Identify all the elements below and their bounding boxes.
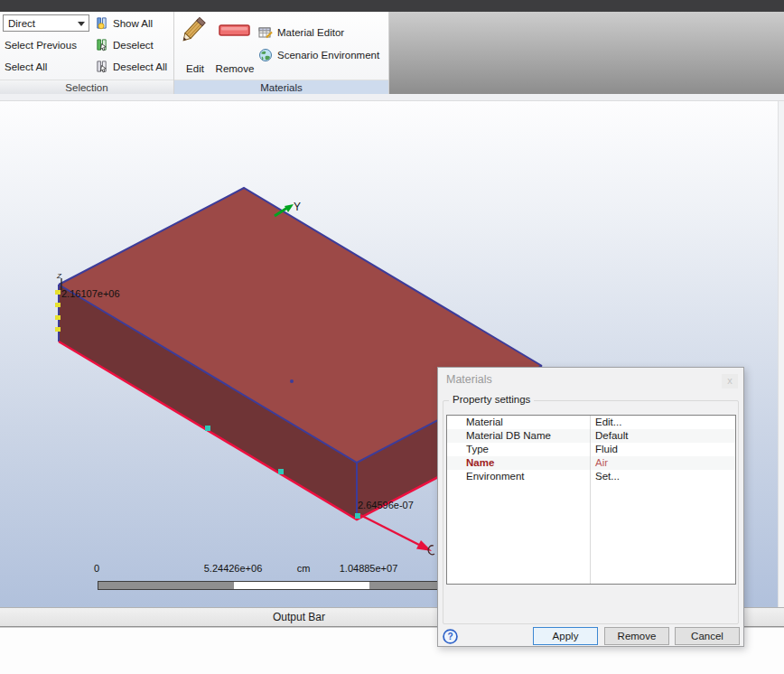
selection-mode-value: Direct bbox=[8, 18, 35, 29]
close-button[interactable]: x bbox=[722, 374, 738, 388]
materials-group-label[interactable]: Materials bbox=[174, 80, 388, 94]
help-button[interactable]: ? bbox=[443, 629, 458, 644]
material-editor-button[interactable]: Material Editor bbox=[258, 24, 344, 41]
edit-material-button[interactable]: Edit bbox=[179, 14, 211, 75]
ribbon-group-selection: Direct Select Previous Select All Show A… bbox=[0, 12, 174, 94]
y-axis-arrowhead bbox=[285, 204, 294, 212]
show-all-label: Show All bbox=[113, 18, 153, 29]
table-row-material-db-name[interactable]: Material DB Name Default bbox=[447, 429, 735, 443]
ribbon-empty-area bbox=[389, 12, 784, 94]
row-value[interactable]: Edit... bbox=[590, 416, 621, 429]
selection-group-label[interactable]: Selection bbox=[0, 80, 173, 94]
y-axis-label: Y bbox=[294, 201, 301, 213]
table-row-type[interactable]: Type Fluid bbox=[447, 443, 735, 456]
remove-label: Remove bbox=[216, 62, 255, 75]
globe-icon bbox=[258, 48, 273, 62]
output-bar-label: Output Bar bbox=[273, 611, 325, 623]
apply-button[interactable]: Apply bbox=[533, 627, 598, 645]
selection-mode-dropdown[interactable]: Direct bbox=[3, 14, 89, 32]
property-table[interactable]: Material Edit... Material DB Name Defaul… bbox=[446, 415, 736, 585]
remove-material-button[interactable]: Remove bbox=[214, 14, 256, 75]
ruler-tick-end: 1.04885e+07 bbox=[340, 563, 398, 574]
scale-ruler: 0 5.24426e+06 cm 1.04885e+07 bbox=[0, 560, 506, 596]
table-column-divider bbox=[590, 416, 591, 584]
midpoint-marker bbox=[290, 379, 294, 383]
pencil-icon bbox=[180, 14, 210, 48]
select-previous-button[interactable]: Select Previous bbox=[5, 38, 77, 52]
deselect-all-icon bbox=[95, 60, 108, 73]
row-value[interactable]: Set... bbox=[590, 470, 620, 483]
material-editor-icon bbox=[258, 25, 273, 40]
dialog-title: Materials bbox=[446, 373, 492, 386]
row-value[interactable]: Air bbox=[590, 456, 608, 470]
title-bar bbox=[0, 0, 784, 12]
property-settings-label: Property settings bbox=[449, 394, 534, 405]
ruler-tick-mid: 5.24426e+06 bbox=[204, 563, 263, 574]
row-label: Material bbox=[447, 416, 590, 429]
deselect-label: Deselect bbox=[113, 40, 154, 51]
row-label: Name bbox=[447, 456, 590, 470]
edit-label: Edit bbox=[186, 62, 204, 75]
remove-bar-icon bbox=[219, 14, 251, 48]
ruler-unit: cm bbox=[297, 563, 311, 574]
viewport-right-edge bbox=[778, 101, 784, 607]
material-editor-label: Material Editor bbox=[277, 27, 344, 38]
svg-text:?: ? bbox=[447, 632, 453, 641]
show-all-button[interactable]: Show All bbox=[95, 15, 153, 31]
remove-button[interactable]: Remove bbox=[604, 627, 669, 645]
table-row-environment[interactable]: Environment Set... bbox=[447, 470, 735, 483]
row-label: Material DB Name bbox=[447, 429, 590, 443]
show-all-icon bbox=[95, 16, 108, 30]
ribbon: Direct Select Previous Select All Show A… bbox=[0, 12, 784, 94]
ruler-bar bbox=[98, 581, 455, 590]
chevron-down-icon bbox=[78, 22, 85, 26]
x-axis-arrowhead bbox=[416, 540, 432, 551]
row-label: Environment bbox=[447, 470, 590, 483]
materials-dialog: Materials x Property settings Material E… bbox=[437, 367, 744, 647]
x-axis-annotation: 2.64596e-07 bbox=[358, 500, 414, 510]
row-value[interactable]: Default bbox=[590, 429, 628, 443]
deselect-all-label: Deselect All bbox=[113, 61, 167, 72]
scenario-environment-label: Scenario Environment bbox=[277, 50, 379, 61]
ribbon-divider bbox=[0, 94, 784, 101]
help-icon: ? bbox=[443, 629, 458, 644]
row-label: Type bbox=[447, 443, 590, 456]
table-row-material[interactable]: Material Edit... bbox=[447, 416, 735, 429]
cancel-button[interactable]: Cancel bbox=[675, 627, 740, 645]
ruler-tick-start: 0 bbox=[94, 563, 99, 574]
x-axis-arrow bbox=[360, 515, 419, 545]
select-all-button[interactable]: Select All bbox=[5, 60, 47, 74]
table-row-name[interactable]: Name Air bbox=[447, 456, 735, 470]
ribbon-group-materials: Edit Remove Material Editor bbox=[174, 12, 389, 94]
deselect-all-button[interactable]: Deselect All bbox=[95, 59, 167, 74]
app-window: Direct Select Previous Select All Show A… bbox=[0, 0, 784, 674]
z-axis-annotation: 2.16107e+06 bbox=[61, 288, 120, 299]
deselect-button[interactable]: Deselect bbox=[95, 37, 154, 52]
row-value[interactable]: Fluid bbox=[590, 443, 618, 456]
deselect-icon bbox=[95, 38, 108, 51]
scenario-environment-button[interactable]: Scenario Environment bbox=[258, 47, 379, 63]
